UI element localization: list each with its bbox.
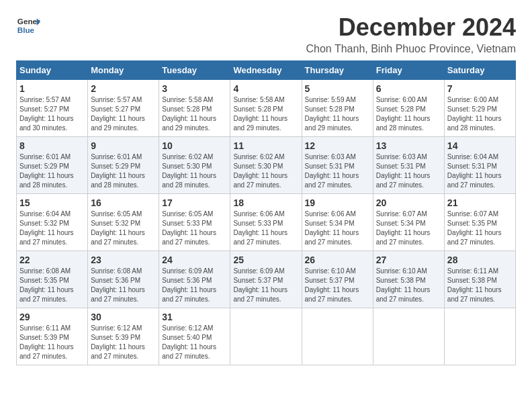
header-saturday: Saturday xyxy=(444,61,515,80)
day-detail: Sunrise: 5:58 AMSunset: 5:28 PMDaylight:… xyxy=(162,96,216,132)
day-number: 22 xyxy=(19,255,85,265)
day-number: 12 xyxy=(305,140,370,151)
day-number: 21 xyxy=(447,197,513,208)
page-header: General Blue December 2024 Chon Thanh, B… xyxy=(16,13,516,55)
day-detail: Sunrise: 6:03 AMSunset: 5:31 PMDaylight:… xyxy=(376,153,431,189)
table-cell: 14Sunrise: 6:04 AMSunset: 5:31 PMDayligh… xyxy=(444,137,515,194)
day-detail: Sunrise: 5:57 AMSunset: 5:27 PMDaylight:… xyxy=(19,96,74,132)
table-cell: 26Sunrise: 6:10 AMSunset: 5:37 PMDayligh… xyxy=(302,251,373,308)
week-row-5: 29Sunrise: 6:11 AMSunset: 5:39 PMDayligh… xyxy=(17,308,516,365)
logo-icon: General Blue xyxy=(16,13,40,38)
week-row-3: 15Sunrise: 6:04 AMSunset: 5:32 PMDayligh… xyxy=(17,194,516,251)
table-cell: 2Sunrise: 5:57 AMSunset: 5:27 PMDaylight… xyxy=(88,80,159,137)
day-number: 30 xyxy=(91,312,156,322)
day-detail: Sunrise: 6:12 AMSunset: 5:40 PMDaylight:… xyxy=(162,324,216,360)
day-detail: Sunrise: 6:07 AMSunset: 5:34 PMDaylight:… xyxy=(376,210,431,246)
day-detail: Sunrise: 6:09 AMSunset: 5:37 PMDaylight:… xyxy=(233,267,287,303)
title-section: December 2024 Chon Thanh, Binh Phuoc Pro… xyxy=(306,13,517,55)
table-cell: 10Sunrise: 6:02 AMSunset: 5:30 PMDayligh… xyxy=(159,137,230,194)
day-number: 18 xyxy=(233,197,298,208)
table-cell: 15Sunrise: 6:04 AMSunset: 5:32 PMDayligh… xyxy=(17,194,88,251)
day-detail: Sunrise: 6:06 AMSunset: 5:34 PMDaylight:… xyxy=(305,210,359,246)
day-number: 17 xyxy=(162,197,227,208)
table-cell: 9Sunrise: 6:01 AMSunset: 5:29 PMDaylight… xyxy=(88,137,159,194)
day-number: 9 xyxy=(91,140,156,151)
table-cell: 1Sunrise: 5:57 AMSunset: 5:27 PMDaylight… xyxy=(17,80,88,137)
table-cell: 12Sunrise: 6:03 AMSunset: 5:31 PMDayligh… xyxy=(302,137,373,194)
day-detail: Sunrise: 6:08 AMSunset: 5:35 PMDaylight:… xyxy=(19,267,74,303)
day-detail: Sunrise: 6:07 AMSunset: 5:35 PMDaylight:… xyxy=(447,210,502,246)
logo: General Blue xyxy=(16,13,40,38)
day-number: 10 xyxy=(162,140,227,151)
day-detail: Sunrise: 6:00 AMSunset: 5:29 PMDaylight:… xyxy=(447,96,502,132)
location-title: Chon Thanh, Binh Phuoc Province, Vietnam xyxy=(306,43,517,55)
day-detail: Sunrise: 5:59 AMSunset: 5:28 PMDaylight:… xyxy=(305,96,359,132)
table-cell: 25Sunrise: 6:09 AMSunset: 5:37 PMDayligh… xyxy=(230,251,302,308)
day-detail: Sunrise: 6:04 AMSunset: 5:32 PMDaylight:… xyxy=(19,210,74,246)
header-sunday: Sunday xyxy=(17,61,88,80)
day-detail: Sunrise: 6:05 AMSunset: 5:33 PMDaylight:… xyxy=(162,210,216,246)
day-number: 13 xyxy=(376,140,441,151)
day-detail: Sunrise: 6:01 AMSunset: 5:29 PMDaylight:… xyxy=(91,153,145,189)
day-number: 3 xyxy=(162,83,227,94)
day-number: 29 xyxy=(19,312,85,322)
month-title: December 2024 xyxy=(306,13,517,42)
header-friday: Friday xyxy=(373,61,444,80)
day-number: 11 xyxy=(233,140,298,151)
table-cell: 30Sunrise: 6:12 AMSunset: 5:39 PMDayligh… xyxy=(88,308,159,365)
day-detail: Sunrise: 6:12 AMSunset: 5:39 PMDaylight:… xyxy=(91,324,145,360)
table-cell: 4Sunrise: 5:58 AMSunset: 5:28 PMDaylight… xyxy=(230,80,302,137)
table-cell: 5Sunrise: 5:59 AMSunset: 5:28 PMDaylight… xyxy=(302,80,373,137)
day-detail: Sunrise: 6:00 AMSunset: 5:28 PMDaylight:… xyxy=(376,96,431,132)
table-cell: 20Sunrise: 6:07 AMSunset: 5:34 PMDayligh… xyxy=(373,194,444,251)
day-detail: Sunrise: 6:02 AMSunset: 5:30 PMDaylight:… xyxy=(233,153,287,189)
table-cell xyxy=(302,308,373,365)
day-number: 28 xyxy=(447,255,513,265)
day-detail: Sunrise: 6:02 AMSunset: 5:30 PMDaylight:… xyxy=(162,153,216,189)
day-number: 8 xyxy=(19,140,85,151)
day-number: 5 xyxy=(305,83,370,94)
week-row-2: 8Sunrise: 6:01 AMSunset: 5:29 PMDaylight… xyxy=(17,137,516,194)
day-detail: Sunrise: 5:57 AMSunset: 5:27 PMDaylight:… xyxy=(91,96,145,132)
table-cell xyxy=(373,308,444,365)
day-detail: Sunrise: 6:10 AMSunset: 5:38 PMDaylight:… xyxy=(376,267,431,303)
day-number: 4 xyxy=(233,83,298,94)
table-cell: 13Sunrise: 6:03 AMSunset: 5:31 PMDayligh… xyxy=(373,137,444,194)
day-detail: Sunrise: 6:04 AMSunset: 5:31 PMDaylight:… xyxy=(447,153,502,189)
table-cell: 7Sunrise: 6:00 AMSunset: 5:29 PMDaylight… xyxy=(444,80,515,137)
day-number: 20 xyxy=(376,197,441,208)
day-number: 1 xyxy=(19,83,85,94)
day-number: 15 xyxy=(19,197,85,208)
calendar-table: Sunday Monday Tuesday Wednesday Thursday… xyxy=(16,60,516,365)
table-cell xyxy=(444,308,515,365)
table-cell: 17Sunrise: 6:05 AMSunset: 5:33 PMDayligh… xyxy=(159,194,230,251)
header-wednesday: Wednesday xyxy=(230,61,302,80)
table-cell: 11Sunrise: 6:02 AMSunset: 5:30 PMDayligh… xyxy=(230,137,302,194)
day-detail: Sunrise: 6:09 AMSunset: 5:36 PMDaylight:… xyxy=(162,267,216,303)
table-cell: 6Sunrise: 6:00 AMSunset: 5:28 PMDaylight… xyxy=(373,80,444,137)
week-row-4: 22Sunrise: 6:08 AMSunset: 5:35 PMDayligh… xyxy=(17,251,516,308)
table-cell: 18Sunrise: 6:06 AMSunset: 5:33 PMDayligh… xyxy=(230,194,302,251)
day-number: 6 xyxy=(376,83,441,94)
day-number: 7 xyxy=(447,83,513,94)
header-thursday: Thursday xyxy=(302,61,373,80)
weekday-header-row: Sunday Monday Tuesday Wednesday Thursday… xyxy=(17,61,516,80)
day-number: 16 xyxy=(91,197,156,208)
day-detail: Sunrise: 6:10 AMSunset: 5:37 PMDaylight:… xyxy=(305,267,359,303)
header-tuesday: Tuesday xyxy=(159,61,230,80)
day-detail: Sunrise: 6:01 AMSunset: 5:29 PMDaylight:… xyxy=(19,153,74,189)
week-row-1: 1Sunrise: 5:57 AMSunset: 5:27 PMDaylight… xyxy=(17,80,516,137)
table-cell: 19Sunrise: 6:06 AMSunset: 5:34 PMDayligh… xyxy=(302,194,373,251)
table-cell: 8Sunrise: 6:01 AMSunset: 5:29 PMDaylight… xyxy=(17,137,88,194)
day-detail: Sunrise: 5:58 AMSunset: 5:28 PMDaylight:… xyxy=(233,96,287,132)
day-detail: Sunrise: 6:11 AMSunset: 5:39 PMDaylight:… xyxy=(19,324,74,360)
header-monday: Monday xyxy=(88,61,159,80)
table-cell: 23Sunrise: 6:08 AMSunset: 5:36 PMDayligh… xyxy=(88,251,159,308)
day-number: 25 xyxy=(233,255,298,265)
table-cell: 24Sunrise: 6:09 AMSunset: 5:36 PMDayligh… xyxy=(159,251,230,308)
day-detail: Sunrise: 6:08 AMSunset: 5:36 PMDaylight:… xyxy=(91,267,145,303)
day-number: 27 xyxy=(376,255,441,265)
table-cell: 3Sunrise: 5:58 AMSunset: 5:28 PMDaylight… xyxy=(159,80,230,137)
day-number: 2 xyxy=(91,83,156,94)
table-cell: 28Sunrise: 6:11 AMSunset: 5:38 PMDayligh… xyxy=(444,251,515,308)
